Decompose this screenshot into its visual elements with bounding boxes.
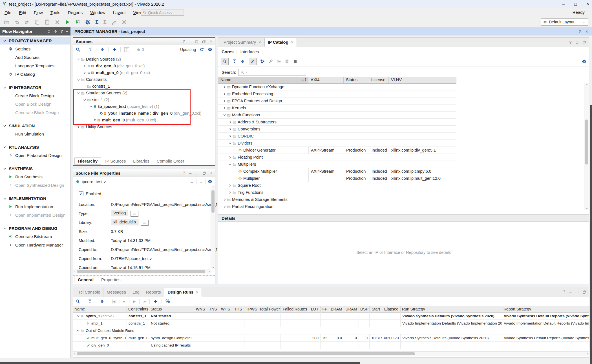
scroll-up-icon[interactable]: ⌃	[212, 186, 215, 189]
flow-item-language-templates[interactable]: Language Templates	[0, 61, 70, 70]
column-header-tpws[interactable]: TPWS	[244, 306, 258, 312]
help-icon[interactable]: ?	[183, 171, 185, 175]
scroll-right-icon[interactable]: ›	[209, 270, 210, 273]
ip-row-cordic[interactable]: CORDIC	[218, 133, 456, 140]
close-window-icon[interactable]: ×	[586, 1, 589, 7]
flow-section-header[interactable]: SYNTHESIS	[0, 165, 70, 172]
tree-item-your-instance-name-div-gen-0[interactable]: your_instance_name : div_gen_0 (div_gen_…	[73, 110, 215, 117]
scrollbar-thumb[interactable]	[77, 352, 415, 355]
ip-row-conversions[interactable]: Conversions	[218, 126, 456, 133]
scrollbar-thumb[interactable]	[585, 119, 588, 165]
flow-section-header[interactable]: SIMULATION	[0, 122, 70, 130]
tab-compile-order[interactable]: Compile Order	[153, 158, 188, 164]
scrollbar-thumb[interactable]	[77, 270, 205, 273]
flow-item-generate-block-design[interactable]: Generate Block Design	[0, 108, 70, 117]
hierarchy-icon[interactable]	[260, 59, 265, 64]
flow-section-header[interactable]: IP INTEGRATOR	[0, 83, 70, 91]
collapse-all-icon[interactable]	[88, 47, 92, 52]
flow-item-create-block-design[interactable]: Create Block Design	[0, 91, 70, 100]
ip-row-embedded-processing[interactable]: Embedded Processing	[218, 90, 456, 97]
maximize-window-icon[interactable]: □	[574, 2, 577, 6]
flow-section-header[interactable]: RTL ANALYSIS	[0, 143, 70, 151]
help-icon[interactable]: ?	[61, 29, 63, 34]
quick-access-search[interactable]: Quick Access	[141, 9, 184, 16]
play-run-icon[interactable]: ▶	[133, 299, 136, 303]
gear-icon[interactable]	[582, 59, 586, 64]
maximize-panel-icon[interactable]: □	[196, 171, 198, 175]
float-panel-icon[interactable]	[582, 41, 586, 44]
run-row-impl-1[interactable]: impl_1constrs_1Not startedVivado Impleme…	[73, 320, 589, 327]
tab-properties[interactable]: Properties	[98, 276, 124, 283]
scroll-down-icon[interactable]: ⌄	[212, 265, 215, 268]
tab-tcl-console[interactable]: Tcl Console	[75, 288, 104, 297]
tree-item-mult-gen-0[interactable]: mult_gen_0 (mult_gen_0.xci)	[73, 69, 215, 76]
tree-item-constraints[interactable]: Constraints	[73, 76, 215, 83]
close-tab-icon[interactable]: ×	[259, 38, 261, 47]
repository-icon[interactable]	[293, 59, 297, 64]
vertical-scrollbar[interactable]: ⌃ ⌄	[211, 186, 215, 269]
column-header-name[interactable]: Name	[73, 306, 127, 312]
layout-selector[interactable]: Default Layout	[541, 18, 588, 26]
license-key-icon[interactable]	[277, 59, 281, 64]
ip-row-memories-storage-elements[interactable]: Memories & Storage Elements	[218, 196, 456, 203]
help-icon[interactable]: ?	[563, 290, 565, 294]
tab-libraries[interactable]: Libraries	[130, 158, 153, 164]
maximize-panel-icon[interactable]: □	[195, 39, 198, 44]
next-run-icon[interactable]: »	[143, 299, 146, 304]
maximize-panel-icon[interactable]: □	[576, 290, 578, 294]
run-row-out-of-context-module-runs[interactable]: Out-of-Context Module Runs	[73, 327, 589, 334]
column-header-elapsed[interactable]: Elapsed	[382, 306, 401, 312]
source-file-properties-header[interactable]: Source File Properties ? – □ ×	[73, 169, 215, 177]
flow-section-header[interactable]: IMPLEMENTATION	[0, 194, 70, 202]
menu-flow[interactable]: Flow	[34, 10, 43, 15]
column-header-run_strategy[interactable]: Run Strategy	[401, 306, 502, 312]
run-row-mult-gen-0-synth-1[interactable]: mult_gen_0_synth_1mult_gen_0synth_design…	[73, 334, 589, 342]
ip-search-input[interactable]	[238, 69, 306, 76]
tab-log[interactable]: Log	[129, 288, 143, 297]
column-header-name[interactable]: Name1	[218, 77, 308, 83]
tree-item-sim-1[interactable]: sim_1 (2)	[73, 96, 215, 103]
minimize-panel-icon[interactable]: –	[569, 290, 572, 294]
minimize-panel-icon[interactable]: –	[189, 171, 192, 175]
scroll-left-icon[interactable]: ‹	[74, 352, 75, 355]
field-value-box[interactable]: Verilog	[111, 210, 128, 216]
generate-bitstream-icon[interactable]	[75, 19, 80, 25]
float-panel-icon[interactable]	[582, 290, 586, 294]
scroll-down-icon[interactable]: ⌄	[586, 207, 588, 210]
close-panel-icon[interactable]: ×	[210, 171, 213, 175]
scroll-up-icon[interactable]: ⌃	[586, 84, 588, 87]
help-icon[interactable]: ?	[569, 40, 572, 45]
delete-icon[interactable]	[55, 19, 60, 25]
flow-item-run-synthesis[interactable]: Run Synthesis	[0, 172, 70, 181]
column-header-whs[interactable]: WHS	[219, 306, 232, 312]
column-header-ff[interactable]: FF	[321, 306, 329, 312]
redo-icon[interactable]	[24, 19, 30, 25]
scroll-left-icon[interactable]: ‹	[74, 270, 75, 273]
horizontal-scrollbar[interactable]: ‹ ›	[73, 351, 589, 356]
flow-item-ip-catalog[interactable]: IP Catalog	[0, 70, 70, 78]
ip-row-square-root[interactable]: Square Root	[218, 182, 456, 189]
ip-row-complex-multiplier[interactable]: Complex MultiplierAXI4-StreamProductionI…	[218, 168, 456, 175]
column-header-report_strategy[interactable]: Report Strategy	[502, 306, 589, 312]
customize-ip-icon[interactable]	[268, 59, 273, 64]
float-panel-icon[interactable]	[202, 171, 206, 175]
run-icon[interactable]	[65, 19, 70, 25]
ip-row-kernels[interactable]: Kernels	[218, 105, 456, 112]
column-header-bram[interactable]: BRAM	[329, 306, 344, 312]
search-icon[interactable]	[76, 299, 80, 304]
enabled-checkbox[interactable]: ✓	[79, 191, 83, 196]
ip-row-dynamic-function-exchange[interactable]: Dynamic Function eXchange	[218, 83, 456, 90]
create-run-icon[interactable]	[153, 299, 158, 304]
flow-item-open-synthesized-design[interactable]: Open Synthesized Design	[0, 181, 70, 189]
run-row-synth-1[interactable]: synth_1 (active)constrs_1Not startedViva…	[73, 312, 589, 320]
column-header-lut[interactable]: LUT	[309, 306, 321, 312]
column-header-wns[interactable]: WNS	[194, 306, 207, 312]
collapse-all-icon[interactable]	[47, 30, 51, 33]
tree-item-design-sources[interactable]: Design Sources (2)	[73, 56, 215, 63]
column-header-status[interactable]: Status	[344, 77, 369, 83]
collapse-all-icon[interactable]	[232, 59, 237, 64]
flow-item-generate-bitstream[interactable]: Generate Bitstream	[0, 232, 70, 241]
gear-icon[interactable]	[208, 179, 212, 184]
minimize-panel-icon[interactable]: –	[66, 29, 68, 34]
disabled-edit-icon[interactable]	[111, 19, 117, 25]
